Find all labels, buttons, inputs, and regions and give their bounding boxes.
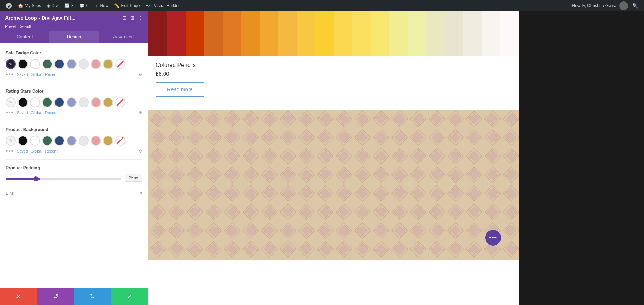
sale-badge-dots[interactable]: ••• (6, 71, 14, 78)
my-sites-item[interactable]: 🏠 My Sites (15, 0, 44, 11)
swatch-light[interactable] (79, 59, 89, 69)
user-greeting[interactable]: Howdy, Christina Gwira 🔍 (569, 0, 641, 11)
link-header[interactable]: Link ▾ (6, 185, 142, 201)
padding-slider-row: 25px (6, 174, 142, 182)
panel-more-icon[interactable]: ⋮ (138, 15, 143, 21)
swatch-pen-rating[interactable]: ✎ (6, 97, 16, 107)
wp-logo-item[interactable]: W (3, 0, 15, 11)
divi-item[interactable]: ◈ Divi (44, 0, 62, 11)
search-icon[interactable]: 🔍 (632, 3, 638, 9)
sale-badge-global[interactable]: Global (31, 72, 42, 77)
swatch-lavender-bg[interactable] (67, 136, 77, 146)
swatch-light-bg[interactable] (79, 136, 89, 146)
rating-gear-icon[interactable]: ⚙ (138, 110, 142, 115)
divi-icon: ◈ (47, 3, 50, 8)
product-background-section: Product Background ✎ ••• Saved Glo (6, 127, 142, 154)
padding-slider-container (6, 175, 121, 181)
swatch-pink-r[interactable] (91, 97, 101, 107)
swatch-none[interactable] (115, 59, 125, 69)
bg-global[interactable]: Global (31, 149, 42, 153)
user-greeting-text: Howdy, Christina Gwira (572, 3, 616, 8)
swatch-light-r[interactable] (79, 97, 89, 107)
swatch-black-r[interactable] (18, 97, 28, 107)
panel-preset[interactable]: Preset: Default (0, 24, 148, 31)
sites-icon: 🏠 (18, 3, 23, 8)
bg-saved[interactable]: Saved (17, 149, 28, 153)
product-padding-label: Product Padding (6, 165, 142, 170)
comment-bubble-item[interactable]: 💬 0 (77, 0, 92, 11)
rating-recent[interactable]: Recent (45, 111, 58, 115)
rating-stars-label: Rating Stars Color (6, 89, 142, 94)
tab-design[interactable]: Design (49, 31, 99, 43)
edit-page-item[interactable]: ✏️ Edit Page (111, 0, 142, 11)
swatch-none-bg[interactable] (115, 136, 125, 146)
panel-header-icons: ⊡ ⊞ ⋮ (122, 15, 143, 21)
swatch-black-bg[interactable] (18, 136, 28, 146)
swatch-gold-r[interactable] (103, 97, 113, 107)
svg-rect-5 (148, 110, 519, 260)
panel-sync-icon[interactable]: ⊡ (122, 15, 127, 21)
swatch-gold-bg[interactable] (103, 136, 113, 146)
product-image-pencils (148, 11, 519, 56)
swatch-black[interactable] (18, 59, 28, 69)
admin-bar: W 🏠 My Sites ◈ Divi 🔄 3 💬 0 ＋ New ✏️ Edi… (0, 0, 644, 11)
svg-text:W: W (8, 4, 11, 8)
save-icon: ✓ (127, 292, 132, 300)
exit-builder-item[interactable]: Exit Visual Builder (142, 0, 183, 11)
panel-title: Archive Loop - Divi Ajax Filt... (5, 15, 75, 21)
edit-page-label: Edit Page (121, 3, 140, 8)
save-button[interactable]: ✓ (111, 288, 148, 305)
comment-count: 3 (71, 3, 74, 8)
tab-advanced[interactable]: Advanced (99, 31, 148, 43)
sale-badge-recent[interactable]: Recent (45, 72, 58, 77)
sale-badge-meta: ••• Saved Global Recent ⚙ (6, 71, 142, 78)
sale-badge-gear-icon[interactable]: ⚙ (138, 72, 142, 77)
bg-gear-icon[interactable]: ⚙ (138, 149, 142, 154)
swatch-lavender-r[interactable] (67, 97, 77, 107)
panel-content: Sale Badge Color ✎ ••• Saved Globa (0, 43, 148, 288)
divider-1 (6, 83, 142, 83)
sale-badge-saved[interactable]: Saved (17, 72, 28, 77)
read-more-button[interactable]: Read more (156, 82, 204, 97)
product-image-pattern: ••• (148, 110, 519, 260)
bg-dots[interactable]: ••• (6, 148, 14, 154)
swatch-navy-r[interactable] (54, 97, 64, 107)
float-dots-icon: ••• (489, 234, 497, 242)
swatch-none-r[interactable] (115, 97, 125, 107)
rating-global[interactable]: Global (31, 111, 42, 115)
swatch-white-bg[interactable] (30, 136, 40, 146)
swatch-navy[interactable] (54, 59, 64, 69)
rating-stars-swatches: ✎ (6, 97, 142, 107)
swatch-pink[interactable] (91, 59, 101, 69)
tab-content[interactable]: Content (0, 31, 49, 43)
redo-button[interactable]: ↻ (74, 288, 111, 305)
admin-bar-right: Howdy, Christina Gwira 🔍 (569, 0, 641, 11)
swatch-navy-bg[interactable] (54, 136, 64, 146)
swatch-white[interactable] (30, 59, 40, 69)
bubble-icon: 💬 (79, 3, 85, 8)
panel-columns-icon[interactable]: ⊞ (130, 15, 135, 21)
rating-dots[interactable]: ••• (6, 110, 14, 116)
plus-icon: ＋ (94, 3, 98, 9)
cancel-button[interactable]: ✕ (0, 288, 37, 305)
new-item[interactable]: ＋ New (91, 0, 111, 11)
sale-badge-label: Sale Badge Color (6, 50, 142, 55)
swatch-white-r[interactable] (30, 97, 40, 107)
bg-recent[interactable]: Recent (45, 149, 58, 153)
comments-item[interactable]: 🔄 3 (62, 0, 77, 11)
swatch-pen-bg[interactable]: ✎ (6, 136, 16, 146)
product-padding-slider[interactable] (6, 178, 121, 180)
swatch-green-r[interactable] (42, 97, 52, 107)
swatch-gold[interactable] (103, 59, 113, 69)
swatch-pen-selected[interactable]: ✎ (6, 59, 16, 69)
swatch-green-bg[interactable] (42, 136, 52, 146)
panel-header: Archive Loop - Divi Ajax Filt... ⊡ ⊞ ⋮ (0, 11, 148, 24)
divi-label: Divi (52, 3, 59, 8)
swatch-green[interactable] (42, 59, 52, 69)
rating-saved[interactable]: Saved (17, 111, 28, 115)
action-bar: ✕ ↺ ↻ ✓ (0, 288, 148, 305)
float-action-button[interactable]: ••• (485, 230, 501, 246)
undo-button[interactable]: ↺ (37, 288, 74, 305)
swatch-lavender[interactable] (67, 59, 77, 69)
swatch-pink-bg[interactable] (91, 136, 101, 146)
